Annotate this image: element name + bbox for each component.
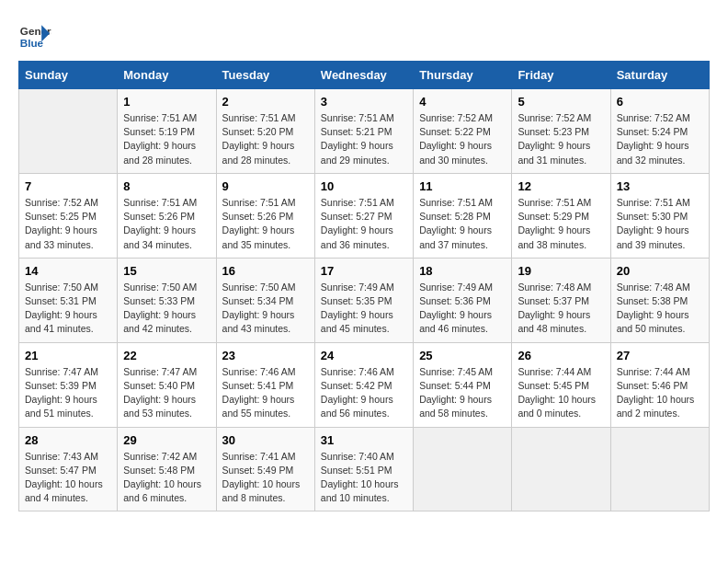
day-cell: [19, 89, 118, 174]
day-cell: 7Sunrise: 7:52 AMSunset: 5:25 PMDaylight…: [19, 173, 118, 258]
day-info: Sunrise: 7:52 AMSunset: 5:25 PMDaylight:…: [25, 196, 111, 252]
day-info: Sunrise: 7:51 AMSunset: 5:28 PMDaylight:…: [419, 196, 506, 252]
day-cell: 23Sunrise: 7:46 AMSunset: 5:41 PMDayligh…: [216, 342, 314, 427]
day-cell: 29Sunrise: 7:42 AMSunset: 5:48 PMDayligh…: [118, 427, 216, 511]
day-number: 2: [222, 95, 309, 109]
day-number: 6: [617, 95, 703, 109]
column-header-monday: Monday: [118, 62, 216, 89]
day-cell: 2Sunrise: 7:51 AMSunset: 5:20 PMDaylight…: [216, 89, 314, 174]
column-header-thursday: Thursday: [414, 62, 512, 89]
week-row-3: 14Sunrise: 7:50 AMSunset: 5:31 PMDayligh…: [19, 258, 710, 342]
day-cell: 11Sunrise: 7:51 AMSunset: 5:28 PMDayligh…: [414, 173, 512, 258]
day-info: Sunrise: 7:45 AMSunset: 5:44 PMDaylight:…: [419, 365, 506, 421]
day-info: Sunrise: 7:52 AMSunset: 5:22 PMDaylight:…: [419, 111, 506, 167]
day-info: Sunrise: 7:49 AMSunset: 5:35 PMDaylight:…: [321, 281, 407, 337]
day-cell: [610, 427, 709, 511]
day-number: 14: [25, 264, 111, 278]
day-info: Sunrise: 7:48 AMSunset: 5:37 PMDaylight:…: [518, 281, 604, 337]
day-info: Sunrise: 7:46 AMSunset: 5:42 PMDaylight:…: [321, 365, 407, 421]
day-cell: 20Sunrise: 7:48 AMSunset: 5:38 PMDayligh…: [610, 258, 709, 342]
day-cell: 14Sunrise: 7:50 AMSunset: 5:31 PMDayligh…: [19, 258, 118, 342]
day-cell: 10Sunrise: 7:51 AMSunset: 5:27 PMDayligh…: [314, 173, 413, 258]
day-info: Sunrise: 7:47 AMSunset: 5:39 PMDaylight:…: [25, 365, 111, 421]
day-cell: 15Sunrise: 7:50 AMSunset: 5:33 PMDayligh…: [118, 258, 216, 342]
day-number: 15: [123, 264, 210, 278]
day-number: 31: [321, 433, 407, 447]
day-info: Sunrise: 7:52 AMSunset: 5:23 PMDaylight:…: [518, 111, 604, 167]
logo: General Blue: [18, 18, 57, 52]
day-number: 25: [419, 349, 506, 362]
day-cell: 1Sunrise: 7:51 AMSunset: 5:19 PMDaylight…: [118, 89, 216, 174]
day-info: Sunrise: 7:51 AMSunset: 5:30 PMDaylight:…: [617, 196, 703, 252]
week-row-5: 28Sunrise: 7:43 AMSunset: 5:47 PMDayligh…: [19, 427, 710, 511]
day-cell: 3Sunrise: 7:51 AMSunset: 5:21 PMDaylight…: [314, 89, 413, 174]
day-cell: 8Sunrise: 7:51 AMSunset: 5:26 PMDaylight…: [118, 173, 216, 258]
calendar-header-row: SundayMondayTuesdayWednesdayThursdayFrid…: [19, 62, 710, 89]
day-number: 8: [123, 179, 210, 193]
day-number: 1: [123, 95, 210, 109]
day-cell: 25Sunrise: 7:45 AMSunset: 5:44 PMDayligh…: [414, 342, 512, 427]
week-row-2: 7Sunrise: 7:52 AMSunset: 5:25 PMDaylight…: [19, 173, 710, 258]
day-cell: 16Sunrise: 7:50 AMSunset: 5:34 PMDayligh…: [216, 258, 314, 342]
day-cell: 18Sunrise: 7:49 AMSunset: 5:36 PMDayligh…: [414, 258, 512, 342]
day-cell: 30Sunrise: 7:41 AMSunset: 5:49 PMDayligh…: [216, 427, 314, 511]
week-row-4: 21Sunrise: 7:47 AMSunset: 5:39 PMDayligh…: [19, 342, 710, 427]
column-header-tuesday: Tuesday: [216, 62, 314, 89]
svg-text:Blue: Blue: [20, 37, 44, 49]
day-info: Sunrise: 7:40 AMSunset: 5:51 PMDaylight:…: [321, 450, 407, 506]
day-cell: 19Sunrise: 7:48 AMSunset: 5:37 PMDayligh…: [512, 258, 610, 342]
day-number: 7: [25, 179, 111, 193]
page-header: General Blue: [18, 18, 710, 52]
day-info: Sunrise: 7:44 AMSunset: 5:46 PMDaylight:…: [617, 365, 703, 421]
day-number: 22: [123, 349, 210, 362]
day-info: Sunrise: 7:50 AMSunset: 5:31 PMDaylight:…: [25, 281, 111, 337]
day-cell: 27Sunrise: 7:44 AMSunset: 5:46 PMDayligh…: [610, 342, 709, 427]
day-number: 29: [123, 433, 210, 447]
day-number: 12: [518, 179, 604, 193]
day-number: 30: [222, 433, 309, 447]
column-header-sunday: Sunday: [19, 62, 118, 89]
day-number: 20: [617, 264, 703, 278]
day-number: 11: [419, 179, 506, 193]
day-number: 27: [617, 349, 703, 362]
day-info: Sunrise: 7:51 AMSunset: 5:20 PMDaylight:…: [222, 111, 309, 167]
day-info: Sunrise: 7:51 AMSunset: 5:27 PMDaylight:…: [321, 196, 407, 252]
day-number: 26: [518, 349, 604, 362]
day-info: Sunrise: 7:50 AMSunset: 5:33 PMDaylight:…: [123, 281, 210, 337]
day-info: Sunrise: 7:51 AMSunset: 5:29 PMDaylight:…: [518, 196, 604, 252]
day-number: 18: [419, 264, 506, 278]
day-cell: 31Sunrise: 7:40 AMSunset: 5:51 PMDayligh…: [314, 427, 413, 511]
column-header-saturday: Saturday: [610, 62, 709, 89]
day-info: Sunrise: 7:46 AMSunset: 5:41 PMDaylight:…: [222, 365, 309, 421]
day-number: 21: [25, 349, 111, 362]
day-info: Sunrise: 7:50 AMSunset: 5:34 PMDaylight:…: [222, 281, 309, 337]
day-info: Sunrise: 7:42 AMSunset: 5:48 PMDaylight:…: [123, 450, 210, 506]
day-cell: 5Sunrise: 7:52 AMSunset: 5:23 PMDaylight…: [512, 89, 610, 174]
day-cell: 24Sunrise: 7:46 AMSunset: 5:42 PMDayligh…: [314, 342, 413, 427]
day-info: Sunrise: 7:51 AMSunset: 5:19 PMDaylight:…: [123, 111, 210, 167]
day-number: 23: [222, 349, 309, 362]
day-info: Sunrise: 7:48 AMSunset: 5:38 PMDaylight:…: [617, 281, 703, 337]
day-cell: [512, 427, 610, 511]
column-header-wednesday: Wednesday: [314, 62, 413, 89]
day-number: 4: [419, 95, 506, 109]
day-number: 13: [617, 179, 703, 193]
day-info: Sunrise: 7:49 AMSunset: 5:36 PMDaylight:…: [419, 281, 506, 337]
day-number: 16: [222, 264, 309, 278]
day-cell: 28Sunrise: 7:43 AMSunset: 5:47 PMDayligh…: [19, 427, 118, 511]
day-cell: 13Sunrise: 7:51 AMSunset: 5:30 PMDayligh…: [610, 173, 709, 258]
day-number: 9: [222, 179, 309, 193]
day-cell: 26Sunrise: 7:44 AMSunset: 5:45 PMDayligh…: [512, 342, 610, 427]
day-info: Sunrise: 7:47 AMSunset: 5:40 PMDaylight:…: [123, 365, 210, 421]
day-cell: 21Sunrise: 7:47 AMSunset: 5:39 PMDayligh…: [19, 342, 118, 427]
day-info: Sunrise: 7:51 AMSunset: 5:26 PMDaylight:…: [123, 196, 210, 252]
logo-icon: General Blue: [18, 18, 51, 52]
day-number: 5: [518, 95, 604, 109]
day-cell: 17Sunrise: 7:49 AMSunset: 5:35 PMDayligh…: [314, 258, 413, 342]
day-info: Sunrise: 7:51 AMSunset: 5:26 PMDaylight:…: [222, 196, 309, 252]
day-number: 19: [518, 264, 604, 278]
day-cell: [414, 427, 512, 511]
day-cell: 22Sunrise: 7:47 AMSunset: 5:40 PMDayligh…: [118, 342, 216, 427]
day-info: Sunrise: 7:44 AMSunset: 5:45 PMDaylight:…: [518, 365, 604, 421]
day-info: Sunrise: 7:43 AMSunset: 5:47 PMDaylight:…: [25, 450, 111, 506]
